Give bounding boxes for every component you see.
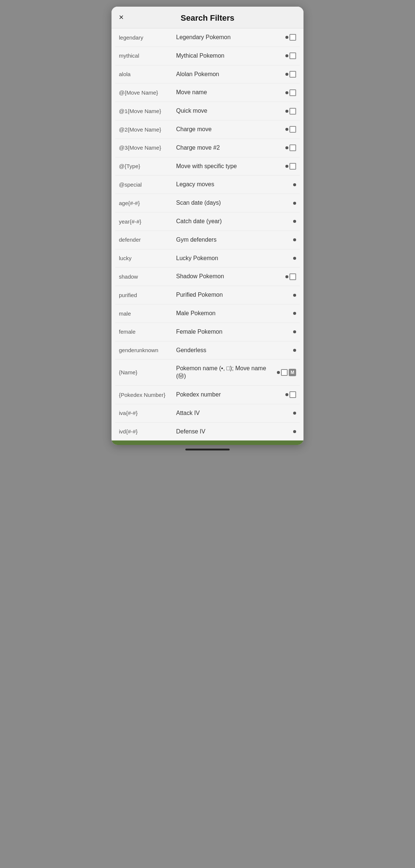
- filter-keyword: @{Move Name}: [119, 89, 172, 96]
- filter-description: Move with specific type: [176, 163, 274, 170]
- filter-row[interactable]: {Pokedex Number}Pokedex number: [115, 386, 300, 404]
- filter-keyword: {Pokedex Number}: [119, 391, 172, 399]
- filter-description: Genderless: [176, 347, 274, 354]
- filter-indicators: M: [277, 369, 296, 376]
- filter-indicators: [278, 89, 296, 96]
- filter-description: Pokedex number: [176, 391, 274, 399]
- filter-description: Scan date (days): [176, 199, 274, 207]
- filter-keyword: @3{Move Name}: [119, 144, 172, 152]
- checkbox-indicator[interactable]: [281, 369, 288, 376]
- checkbox-indicator[interactable]: [289, 273, 296, 280]
- checkbox-indicator[interactable]: [289, 391, 296, 398]
- checkbox-indicator[interactable]: [289, 108, 296, 115]
- dot-indicator: [293, 220, 296, 223]
- filter-row[interactable]: defenderGym defenders: [115, 231, 300, 249]
- filter-description: Charge move: [176, 126, 274, 133]
- filter-indicators: [278, 430, 296, 433]
- checkbox-indicator[interactable]: [289, 89, 296, 96]
- filter-description: Pokemon name (•, □); Move name (Ⓜ): [176, 365, 273, 380]
- filter-indicators: [278, 163, 296, 170]
- filter-keyword: lucky: [119, 255, 172, 262]
- filter-indicators: [278, 330, 296, 333]
- filter-keyword: male: [119, 310, 172, 317]
- filter-description: Shadow Pokemon: [176, 273, 274, 280]
- checkbox-indicator[interactable]: [289, 34, 296, 41]
- screen: × Search Filters legendaryLegendary Poke…: [104, 0, 311, 462]
- dot-indicator: [293, 294, 296, 297]
- filter-row[interactable]: ivd{#-#}Defense IV: [115, 423, 300, 441]
- filter-keyword: alola: [119, 71, 172, 78]
- modal-title: Search Filters: [181, 13, 234, 23]
- filter-description: Legendary Pokemon: [176, 34, 274, 41]
- filter-row[interactable]: @1{Move Name}Quick move: [115, 102, 300, 120]
- filter-row[interactable]: @{Move Name}Move name: [115, 84, 300, 102]
- filter-description: Male Pokemon: [176, 310, 274, 317]
- filter-row[interactable]: iva{#-#}Attack IV: [115, 404, 300, 423]
- filter-description: Charge move #2: [176, 144, 274, 152]
- modal-header: × Search Filters: [112, 7, 303, 28]
- filter-indicators: [278, 238, 296, 241]
- dot-indicator: [285, 146, 288, 149]
- checkbox-indicator[interactable]: [289, 144, 296, 151]
- filter-indicators: [278, 412, 296, 415]
- filter-row[interactable]: @3{Move Name}Charge move #2: [115, 139, 300, 157]
- dot-indicator: [285, 54, 288, 57]
- filter-indicators: [278, 294, 296, 297]
- checkbox-indicator[interactable]: [289, 71, 296, 78]
- filter-keyword: ivd{#-#}: [119, 428, 172, 435]
- close-button[interactable]: ×: [119, 13, 124, 21]
- filter-keyword: @{Type}: [119, 163, 172, 170]
- dot-indicator: [293, 202, 296, 205]
- dot-indicator: [293, 257, 296, 260]
- filter-row[interactable]: luckyLucky Pokemon: [115, 249, 300, 268]
- filter-row[interactable]: alolaAlolan Pokemon: [115, 65, 300, 84]
- dot-indicator: [285, 110, 288, 113]
- filter-keyword: age{#-#}: [119, 200, 172, 207]
- filter-row[interactable]: legendaryLegendary Pokemon: [115, 28, 300, 47]
- dot-indicator: [293, 183, 296, 186]
- filter-keyword: @1{Move Name}: [119, 108, 172, 115]
- filter-description: Catch date (year): [176, 218, 274, 225]
- filter-keyword: purified: [119, 292, 172, 299]
- checkbox-indicator[interactable]: [289, 163, 296, 170]
- filter-keyword: genderunknown: [119, 347, 172, 354]
- filter-keyword: shadow: [119, 273, 172, 280]
- filter-description: Move name: [176, 89, 274, 96]
- filter-row[interactable]: @specialLegacy moves: [115, 176, 300, 194]
- filter-description: Quick move: [176, 107, 274, 115]
- dot-indicator: [277, 371, 280, 374]
- filter-indicators: [278, 273, 296, 280]
- filter-keyword: defender: [119, 236, 172, 244]
- filter-indicators: [278, 202, 296, 205]
- dot-indicator: [285, 73, 288, 76]
- filter-row[interactable]: maleMale Pokemon: [115, 304, 300, 323]
- filter-row[interactable]: year{#-#}Catch date (year): [115, 212, 300, 231]
- filter-description: Female Pokemon: [176, 328, 274, 336]
- filter-description: Alolan Pokemon: [176, 71, 274, 78]
- dot-indicator: [285, 165, 288, 168]
- filter-row[interactable]: genderunknownGenderless: [115, 341, 300, 360]
- filter-row[interactable]: {Name}Pokemon name (•, □); Move name (Ⓜ)…: [115, 360, 300, 386]
- dot-indicator: [293, 430, 296, 433]
- filter-indicators: [278, 312, 296, 315]
- dot-indicator: [285, 36, 288, 39]
- filter-row[interactable]: @2{Move Name}Charge move: [115, 120, 300, 139]
- dot-indicator: [293, 312, 296, 315]
- filter-row[interactable]: age{#-#}Scan date (days): [115, 194, 300, 212]
- filter-row[interactable]: femaleFemale Pokemon: [115, 323, 300, 341]
- filter-indicators: [278, 52, 296, 59]
- checkbox-indicator[interactable]: [289, 126, 296, 133]
- filter-row[interactable]: mythicalMythical Pokemon: [115, 47, 300, 65]
- dot-indicator: [285, 91, 288, 94]
- filter-row[interactable]: @{Type}Move with specific type: [115, 157, 300, 176]
- filter-keyword: @2{Move Name}: [119, 126, 172, 133]
- filter-indicators: [278, 108, 296, 115]
- dot-indicator: [293, 349, 296, 352]
- checkbox-indicator[interactable]: [289, 52, 296, 59]
- filter-row[interactable]: purifiedPurified Pokemon: [115, 286, 300, 304]
- filter-indicators: [278, 71, 296, 78]
- filter-description: Legacy moves: [176, 181, 274, 188]
- filter-row[interactable]: shadowShadow Pokemon: [115, 268, 300, 286]
- dot-indicator: [293, 412, 296, 415]
- dot-indicator: [285, 275, 288, 278]
